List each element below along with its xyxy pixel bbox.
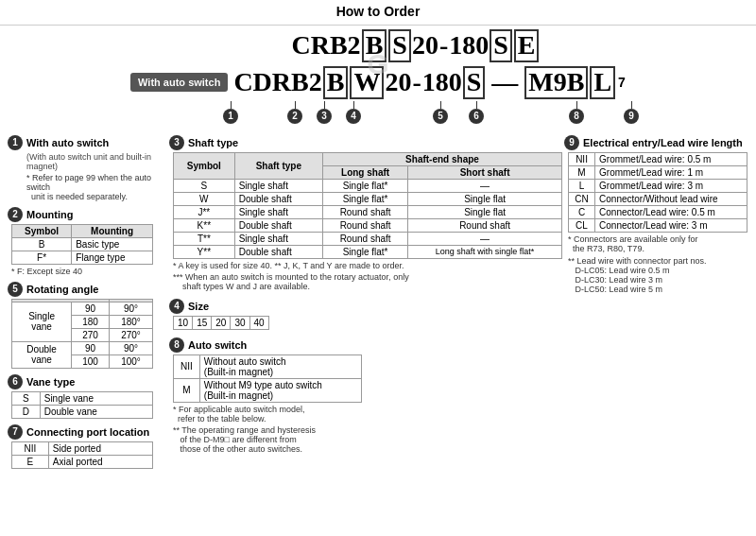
section3-title: Shaft type [188,137,238,148]
size-20: 20 [212,316,231,329]
marker-8: 8 [569,101,584,124]
shaft-t: T** [174,232,235,245]
section-1: 1 With auto switch (With auto switch uni… [8,135,163,201]
elec-m-desc: Grommet/Lead wire: 1 m [595,165,747,179]
num-9: 9 [564,135,579,150]
mount-basic: Basic type [72,237,153,251]
rot-90deg: 90° [109,302,152,315]
table-row: E Axial ported [12,455,153,468]
rotating-table: Singlevane 90 90° 180 180° 270 270° [11,299,153,369]
shaft-s-short: — [408,179,562,192]
section1-desc: (With auto switch unit and built-in magn… [26,152,163,171]
elec-c-desc: Connector/Lead wire: 0.5 m [595,205,747,218]
elec-cn-desc: Connector/Without lead wire [595,192,747,205]
model-s2: S [463,66,486,99]
mounting-table: Symbol Mounting B Basic type F* Flange t… [11,224,153,265]
table-row: F* Flange type [12,251,153,264]
model-prefix-2: CDRB2 [233,67,321,97]
shaft-k: K** [174,218,235,232]
section9-title: Electrical entry/Lead wire length [583,137,743,148]
num-2: 2 [8,207,23,222]
vane-table: S Single vane D Double vane [11,391,153,419]
section-6: 6 Vane type S Single vane D Double vane [8,374,163,419]
elec-cn: CN [569,192,595,205]
table-row: W Double shaft Single flat* Single flat [174,192,562,205]
shaft-k-type: Double shaft [234,218,322,232]
rot-180deg: 180° [109,315,152,328]
as-note2: ** The operating range and hysteresis of… [173,425,558,454]
shaft-y-long: Single flat* [323,245,408,258]
elec-cl-desc: Connector/Lead wire: 3 m [595,218,747,232]
section5-title: Rotating angle [26,284,98,295]
size-30: 30 [231,316,249,329]
size-40: 40 [249,316,268,329]
vane-d: D [12,405,41,418]
shaft-t-long: Round shaft [323,232,408,245]
mount-b: B [12,237,72,251]
elec-nii-desc: Grommet/Lead wire: 0.5 m [595,152,747,165]
shaft-k-long: Round shaft [323,218,408,232]
rot-100deg: 100° [109,354,152,368]
sup-7: 7 [618,75,626,90]
marker-4: 4 [346,101,361,124]
elec-m: M [569,165,595,179]
short-shaft-header: Short shaft [408,165,562,179]
num-5: 5 [8,282,23,297]
table-row: J** Single shaft Round shaft Single flat [174,205,562,218]
section1-title: With auto switch [26,137,109,148]
shaft-t-type: Single shaft [234,232,322,245]
table-row: T** Single shaft Round shaft — [174,232,562,245]
section2-note: * F: Except size 40 [11,267,163,276]
port-e: E [12,455,49,468]
table-row: CL Connector/Lead wire: 3 m [569,218,747,232]
table-row: NII Side ported [12,441,153,455]
table-row: S Single shaft Single flat* — [174,179,562,192]
rot-90: 90 [72,302,110,315]
vane-double: Double vane [40,405,152,418]
marker-3: 3 [317,101,332,124]
shaft-j-short: Single flat [408,205,562,218]
model-prefix-1: CRB2 [292,30,361,61]
rot-d90deg: 90° [109,341,152,354]
section8-title: Auto switch [188,339,247,351]
marker-6: 6 [469,101,484,124]
section4-title: Size [188,301,209,312]
marker-5: 5 [433,101,448,124]
num-3: 3 [169,135,184,150]
model-mid2: 20 [385,67,411,97]
model-dash2: - [412,67,421,97]
model-num2: 180 [422,67,462,97]
shaft-note2: *** When an auto switch is mounted to th… [173,272,558,291]
mount-sym-header: Symbol [12,224,72,237]
shaft-s-long: Single flat* [323,179,408,192]
with-switch-label-box: With auto switch [130,73,228,92]
shaft-s: S [174,179,235,192]
elec-l-desc: Grommet/Lead wire: 3 m [595,179,747,192]
table-row: S Single vane [12,391,153,405]
elec-c: C [569,205,595,218]
port-axial: Axial ported [48,455,152,468]
shaft-w: W [174,192,235,205]
table-row: C Connector/Lead wire: 0.5 m [569,205,747,218]
section-3: 3 Shaft type Symbol Shaft type Shaft-end… [169,135,558,291]
section1-note: * Refer to page 99 when the auto switch … [26,173,163,201]
shaft-end-header: Shaft-end shape [323,152,562,165]
table-row: 10 15 20 30 40 [174,316,269,329]
diagram-area: G CRB2 B S 20 - 180 S E With auto switch… [8,29,748,128]
elec-nii: NII [569,152,595,165]
section7-title: Connecting port location [26,426,149,438]
section-8: 8 Auto switch NII Without auto switch(Bu… [169,337,558,454]
long-shaft-header: Long shaft [323,165,408,179]
num-4: 4 [169,299,184,314]
table-row: NII Grommet/Lead wire: 0.5 m [569,152,747,165]
auto-switch-table: NII Without auto switch(Built-in magnet)… [173,354,362,403]
elec-table: NII Grommet/Lead wire: 0.5 m M Grommet/L… [568,152,747,233]
section-4: 4 Size 10 15 20 30 40 [169,299,558,330]
vane-single: Single vane [40,391,152,405]
rot-100: 100 [72,354,110,368]
mount-type-header: Mounting [72,224,153,237]
table-row: D Double vane [12,405,153,418]
vane-s: S [12,391,41,405]
num-8: 8 [169,337,184,353]
model-mid1: 20 [412,30,438,61]
